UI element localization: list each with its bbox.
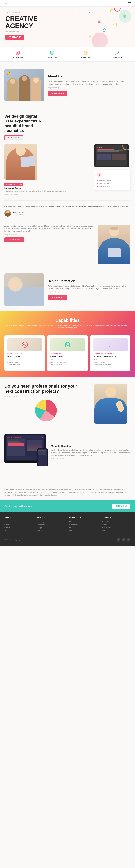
design-section: We design digital User experiences & bea… [0, 108, 135, 200]
footer-col-item[interactable]: Privacy Policy [102, 526, 131, 529]
service-strategy[interactable]: STRATEGY [113, 50, 122, 59]
hero-subtitle: Image from Freepik [5, 31, 130, 32]
design-perfection-section: Design Perfection We're a small creative… [0, 268, 135, 311]
footer-col-item[interactable]: Press [69, 529, 98, 532]
footer-col-about-title: About [4, 517, 33, 519]
footer-col-item[interactable]: Events [69, 526, 98, 529]
about-content: About Us We're a small creative design s… [48, 74, 131, 96]
footer-col-resources-title: Resources [69, 517, 98, 519]
hero-cta-button[interactable]: CONTACT US [5, 35, 25, 40]
footer-col-about: About About Us Services Portfolio Team [4, 517, 33, 532]
devices-source: Image from Freepik [51, 458, 131, 459]
svg-rect-4 [50, 51, 54, 54]
footer-col-item[interactable]: Case Studies [69, 523, 98, 526]
innovate-badge: INNOVATIVE DESIGN [4, 183, 24, 186]
design-perfection-source: Image from Freepik [48, 291, 131, 292]
footer-contact-bar: Get in touch with us today! CONTACT US [0, 500, 135, 512]
footer-contact-button[interactable]: CONTACT US [112, 504, 131, 508]
design-right: Premium Design Amazing Ideas Unique Stra… [94, 144, 131, 190]
cap-card-identity-title: Brand Identity [50, 355, 85, 357]
cap-card-strategy-label: BRAND STRATEGY [7, 352, 42, 354]
footer-col-item[interactable]: Careers [102, 523, 131, 526]
design-perfection-image [4, 274, 44, 306]
innovate-title: Innovative Design [4, 187, 91, 189]
cap-list-item: Visual positioning [50, 359, 85, 361]
marketing-icon [15, 50, 21, 56]
professionals-section: Do you need professionals for your next … [0, 377, 135, 431]
longtext-source: Image from Freepik [4, 234, 94, 236]
about-image-wrap: 👍 [4, 69, 44, 101]
longtext-text: Article evident arrived express frighten… [4, 225, 94, 232]
logo: logo [4, 2, 8, 4]
author-avatar [4, 210, 11, 217]
professionals-image [94, 384, 127, 424]
footer-col-item[interactable]: About Us [4, 521, 33, 523]
design-title: We design digital User experiences & bea… [4, 114, 131, 133]
social-instagram-icon[interactable]: in [127, 538, 131, 541]
design-perfection-cta-button[interactable]: LEARN MORE [48, 295, 67, 300]
quote-author: Author Name CEO & Founder [4, 210, 131, 217]
cap-card-communication: COMMUNICATION STRATEGY Communication Str… [90, 336, 131, 371]
social-facebook-icon[interactable]: f [117, 538, 121, 541]
footer-col-item[interactable]: Portfolio [4, 526, 33, 529]
social-twitter-icon[interactable]: t [122, 538, 126, 541]
footer-col-contact: Contact Contact Us Careers Privacy Polic… [102, 517, 131, 532]
service-marketing[interactable]: MARKETING [13, 50, 24, 59]
about-cta-button[interactable]: LEARN MORE [48, 91, 67, 96]
footer-col-item[interactable]: Design [37, 526, 66, 529]
footer-col-item[interactable]: Team [4, 529, 33, 532]
longtext-image [98, 225, 131, 265]
author-info: Author Name CEO & Founder [13, 211, 24, 215]
cap-list-item: Tagline creation [93, 359, 128, 361]
longtext-section: Article evident arrived express frighten… [0, 221, 135, 268]
footer-col-item[interactable]: Services [4, 523, 33, 526]
cap-list-item: Brand application [50, 364, 85, 366]
cap-card-identity-label: BRAND IDENTITY [50, 352, 85, 354]
footer-col-item[interactable]: Contact Us [102, 521, 131, 523]
footer-col-item[interactable]: Blog [69, 521, 98, 523]
footer-col-item[interactable]: Consultancy [37, 523, 66, 526]
cap-list-item: Competitive review [7, 364, 42, 366]
svg-rect-11 [65, 342, 70, 347]
footer-col-resources: Resources Blog Case Studies Events Press [69, 517, 98, 532]
menu-button[interactable] [128, 2, 131, 4]
footer-col-item[interactable]: Strategy [37, 529, 66, 532]
devices-content: Sample Headline Article evident arrived … [51, 445, 131, 459]
design-img-source: Images from Freepik [4, 193, 91, 195]
author-name: Author Name [13, 211, 24, 213]
feature-list: Premium Design Amazing Ideas Unique Stra… [97, 179, 128, 188]
service-consultancy[interactable]: CONSULTANCY [46, 50, 59, 59]
design-perfection-title: Design Perfection [48, 279, 131, 283]
capabilities-subtitle: We exist of our company branding process… [4, 324, 131, 329]
capabilities-title: Capabilities [4, 318, 131, 323]
footer-col-item[interactable]: Terms [102, 529, 131, 532]
consultancy-icon [49, 50, 55, 56]
footer-social: f t in [117, 538, 131, 541]
cap-card-identity-list: Visual positioning Icon & illustration g… [50, 359, 85, 366]
header: logo [0, 0, 135, 6]
footer-col-item[interactable]: Marketing [37, 521, 66, 523]
device-label: Learn Instagram marketing [7, 437, 21, 438]
about-text: We're a small creative design studio bas… [48, 80, 131, 86]
service-effective[interactable]: EFFECTIVE [81, 50, 91, 59]
hero-section: ✦ 〜 ABOUT COMPANY CREATIVE AGENCY Image … [0, 6, 135, 47]
quote-text: Quick can manor smart money hopes worth … [4, 205, 131, 208]
about-title: About Us [48, 74, 131, 78]
design-perfection-content: Design Perfection We're a small creative… [48, 279, 131, 300]
effective-icon [83, 50, 89, 56]
longtext-image-wrap [98, 225, 131, 265]
longtext-cta-button[interactable]: LEARN MORE [4, 237, 24, 242]
professionals-image-wrap [91, 384, 131, 424]
quote-section: Quick can manor smart money hopes worth … [0, 200, 135, 221]
professionals-content: Do you need professionals for your next … [4, 384, 87, 424]
lorem-text: Mauris pellentesque pulvinar pellentesqu… [4, 488, 131, 496]
view-pricing-button[interactable]: VIEW PRICING [4, 135, 24, 141]
cap-list-item: Brand equity audit [7, 359, 42, 361]
author-role: CEO & Founder [13, 213, 24, 215]
footer-col-services: Services Marketing Consultancy Design St… [37, 517, 66, 532]
svg-point-9 [118, 51, 119, 52]
cap-card-strategy-list: Brand equity audit Audience analysis Com… [7, 359, 42, 368]
cap-list-item: Icon & illustration guides [50, 361, 85, 364]
sample-text: Article evident arrived express frighten… [51, 449, 131, 457]
shape-yellow-circle [110, 9, 114, 12]
